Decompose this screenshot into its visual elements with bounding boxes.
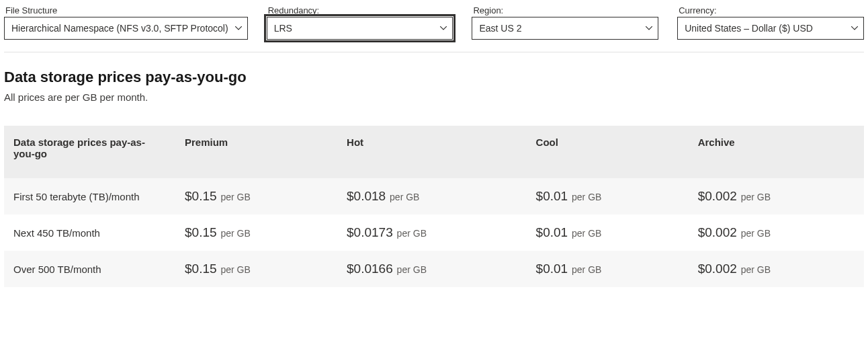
price-cell: $0.01 per GB bbox=[527, 178, 689, 214]
price-value: $0.15 bbox=[185, 225, 217, 239]
filter-file-structure: File Structure Hierarchical Namespace (N… bbox=[4, 5, 248, 40]
filter-region: Region: East US 2 bbox=[472, 5, 658, 40]
table-header-row: Data storage prices pay-as-you-go Premiu… bbox=[4, 126, 864, 178]
price-value: $0.15 bbox=[185, 262, 217, 276]
divider bbox=[4, 52, 864, 52]
region-select[interactable]: East US 2 bbox=[472, 17, 658, 40]
price-unit: per GB bbox=[218, 228, 251, 239]
column-header: Data storage prices pay-as-you-go bbox=[4, 126, 175, 178]
price-value: $0.002 bbox=[698, 262, 737, 276]
row-label: Over 500 TB/month bbox=[13, 264, 101, 275]
file-structure-select[interactable]: Hierarchical Namespace (NFS v3.0, SFTP P… bbox=[4, 17, 248, 40]
price-unit: per GB bbox=[738, 264, 771, 275]
pricing-table: Data storage prices pay-as-you-go Premiu… bbox=[4, 126, 864, 287]
filter-redundancy: Redundancy: LRS bbox=[267, 5, 453, 40]
chevron-down-icon bbox=[646, 26, 652, 30]
filter-label: File Structure bbox=[4, 5, 248, 15]
select-value: United States – Dollar ($) USD bbox=[685, 23, 813, 34]
chevron-down-icon bbox=[235, 26, 242, 30]
row-label-cell: Over 500 TB/month bbox=[4, 251, 175, 287]
price-unit: per GB bbox=[569, 192, 601, 202]
price-value: $0.01 bbox=[536, 262, 568, 276]
price-value: $0.018 bbox=[347, 189, 386, 203]
price-value: $0.01 bbox=[536, 225, 568, 239]
price-unit: per GB bbox=[218, 264, 251, 275]
price-value: $0.01 bbox=[536, 189, 568, 203]
row-label: First 50 terabyte (TB)/month bbox=[13, 191, 140, 202]
filter-currency: Currency: United States – Dollar ($) USD bbox=[677, 5, 864, 40]
table-row: First 50 terabyte (TB)/month$0.15 per GB… bbox=[4, 178, 864, 214]
price-cell: $0.002 per GB bbox=[689, 251, 864, 287]
currency-select[interactable]: United States – Dollar ($) USD bbox=[677, 17, 864, 40]
select-value: East US 2 bbox=[479, 23, 521, 34]
price-cell: $0.0173 per GB bbox=[337, 214, 527, 251]
price-cell: $0.15 per GB bbox=[175, 214, 337, 251]
row-label-cell: Next 450 TB/month bbox=[4, 214, 175, 251]
chevron-down-icon bbox=[440, 26, 447, 30]
price-cell: $0.002 per GB bbox=[689, 214, 864, 251]
select-value: Hierarchical Namespace (NFS v3.0, SFTP P… bbox=[11, 23, 228, 34]
section-subtitle: All prices are per GB per month. bbox=[4, 91, 864, 103]
price-cell: $0.002 per GB bbox=[689, 178, 864, 214]
price-cell: $0.01 per GB bbox=[527, 214, 689, 251]
price-unit: per GB bbox=[387, 192, 419, 202]
table-row: Next 450 TB/month$0.15 per GB$0.0173 per… bbox=[4, 214, 864, 251]
filter-label: Currency: bbox=[677, 5, 864, 15]
chevron-down-icon bbox=[851, 26, 858, 30]
price-unit: per GB bbox=[394, 264, 427, 275]
redundancy-select[interactable]: LRS bbox=[267, 17, 453, 40]
price-unit: per GB bbox=[569, 264, 601, 275]
price-unit: per GB bbox=[569, 228, 601, 239]
price-value: $0.15 bbox=[185, 189, 217, 203]
column-header: Cool bbox=[527, 126, 689, 178]
price-cell: $0.15 per GB bbox=[175, 251, 337, 287]
filter-label: Region: bbox=[472, 5, 658, 15]
price-cell: $0.0166 per GB bbox=[337, 251, 527, 287]
price-cell: $0.15 per GB bbox=[175, 178, 337, 214]
price-value: $0.0166 bbox=[347, 262, 393, 276]
filter-label: Redundancy: bbox=[267, 5, 453, 15]
price-unit: per GB bbox=[738, 192, 771, 202]
price-unit: per GB bbox=[218, 192, 251, 202]
filter-bar: File Structure Hierarchical Namespace (N… bbox=[4, 5, 864, 52]
table-row: Over 500 TB/month$0.15 per GB$0.0166 per… bbox=[4, 251, 864, 287]
price-unit: per GB bbox=[394, 228, 427, 239]
price-value: $0.0173 bbox=[347, 225, 393, 239]
price-cell: $0.01 per GB bbox=[527, 251, 689, 287]
column-header: Premium bbox=[175, 126, 337, 178]
price-value: $0.002 bbox=[698, 189, 737, 203]
section-title: Data storage prices pay-as-you-go bbox=[4, 69, 864, 86]
column-header: Hot bbox=[337, 126, 527, 178]
row-label: Next 450 TB/month bbox=[13, 227, 100, 239]
column-header: Archive bbox=[689, 126, 864, 178]
row-label-cell: First 50 terabyte (TB)/month bbox=[4, 178, 175, 214]
select-value: LRS bbox=[274, 23, 292, 34]
price-cell: $0.018 per GB bbox=[337, 178, 527, 214]
price-value: $0.002 bbox=[698, 225, 737, 239]
price-unit: per GB bbox=[738, 228, 771, 239]
